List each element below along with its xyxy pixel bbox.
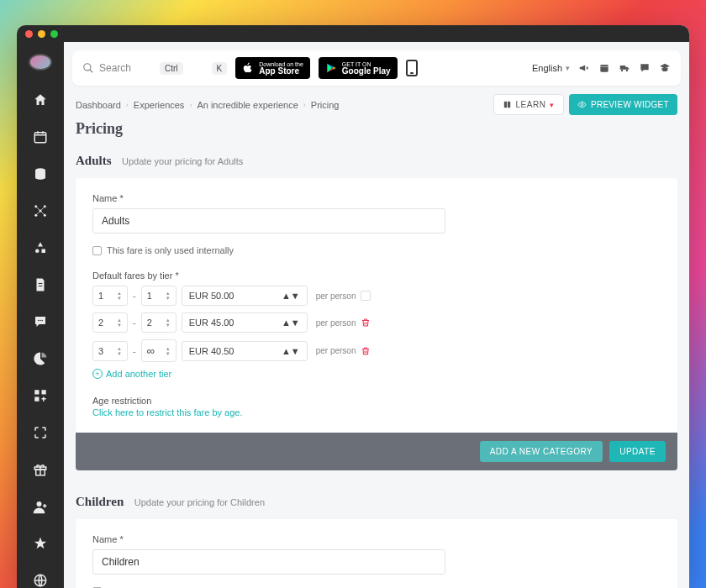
children-title: Children [76, 495, 124, 509]
adults-title: Adults [76, 154, 112, 168]
tier-to-stepper[interactable]: ∞▲▼ [141, 339, 176, 362]
tier-from-stepper[interactable]: 3▲▼ [92, 341, 128, 361]
window-minimize-icon[interactable] [38, 30, 45, 38]
shapes-icon[interactable] [33, 240, 48, 255]
svg-rect-14 [34, 397, 39, 402]
preview-widget-button[interactable]: PREVIEW WIDGET [569, 94, 677, 115]
content-area: Dashboard› Experiences› An incredible ex… [64, 86, 689, 588]
user-add-icon[interactable] [33, 499, 48, 514]
star-icon[interactable] [33, 536, 48, 551]
delete-placeholder [361, 291, 371, 301]
section-children: Children Update your pricing for Childre… [76, 494, 677, 588]
chevron-down-icon: ▾ [566, 64, 570, 72]
crumb-experience[interactable]: An incredible experience [197, 100, 298, 110]
truck-icon[interactable] [619, 62, 630, 74]
window-titlebar [17, 25, 689, 42]
name-label: Name * [92, 193, 661, 203]
adults-subtitle: Update your pricing for Adults [122, 156, 243, 166]
svg-point-10 [40, 320, 41, 322]
kbd-ctrl: Ctrl [160, 62, 183, 75]
internal-checkbox-row[interactable]: This fare is only used internally [92, 245, 661, 255]
mobile-icon[interactable] [406, 60, 418, 76]
tier-from-stepper[interactable]: 2▲▼ [92, 312, 128, 333]
page-title: Pricing [76, 120, 677, 138]
add-tier-button[interactable]: + Add another tier [92, 369, 661, 379]
delete-icon[interactable] [361, 346, 371, 356]
kbd-k: K [212, 62, 228, 75]
svg-rect-13 [42, 390, 46, 394]
update-button[interactable]: UPDATE [609, 441, 666, 462]
checkbox-icon[interactable] [92, 246, 102, 255]
tier-unit: per person [316, 291, 356, 301]
tier-price-input[interactable]: EUR 40.50▲▼ [182, 341, 308, 361]
svg-point-9 [38, 320, 40, 322]
children-card: Name * This fare is only used internally… [76, 519, 677, 588]
adults-name-field[interactable] [92, 208, 445, 234]
main-panel: Search Ctrl K Download on theApp Store G… [64, 42, 689, 588]
apple-icon [242, 62, 254, 74]
chevron-down-icon: ▾ [550, 101, 555, 109]
learn-button[interactable]: LEARN ▾ [493, 94, 564, 115]
megaphone-icon[interactable] [578, 62, 590, 74]
calendar-small-icon[interactable] [598, 62, 610, 74]
tier-price-input[interactable]: EUR 45.00▲▼ [182, 312, 308, 333]
pie-chart-icon[interactable] [33, 351, 48, 366]
tier-to-stepper[interactable]: 1▲▼ [141, 286, 176, 306]
app-shell: Search Ctrl K Download on theApp Store G… [17, 42, 689, 588]
eye-icon [577, 100, 587, 109]
calendar-icon[interactable] [33, 129, 48, 144]
svg-point-21 [621, 70, 623, 71]
topbar: Search Ctrl K Download on theApp Store G… [72, 50, 681, 86]
tier-unit: per person [316, 346, 356, 355]
network-icon[interactable] [33, 203, 48, 218]
globe-icon[interactable] [33, 573, 48, 588]
chat-icon[interactable] [33, 314, 48, 329]
children-subtitle: Update your pricing for Children [134, 497, 265, 507]
app-store-badge[interactable]: Download on theApp Store [235, 57, 310, 79]
expand-icon[interactable] [33, 425, 48, 440]
google-play-icon [325, 62, 337, 74]
breadcrumb: Dashboard› Experiences› An incredible ex… [76, 100, 339, 110]
tier-row: 2▲▼-2▲▼EUR 45.00▲▼per person [92, 312, 661, 333]
database-icon[interactable] [33, 166, 48, 181]
plus-icon: + [92, 369, 103, 379]
delete-icon[interactable] [361, 318, 371, 328]
actions-bar: ADD A NEW CATEGORY UPDATE [76, 433, 677, 470]
avatar[interactable] [29, 54, 52, 71]
document-icon[interactable] [33, 277, 48, 292]
google-play-badge[interactable]: GET IT ONGoogle Play [319, 57, 398, 79]
chat-small-icon[interactable] [639, 62, 651, 74]
tier-row: 3▲▼-∞▲▼EUR 40.50▲▼per person [92, 339, 661, 362]
window-close-icon[interactable] [25, 30, 33, 38]
add-category-button[interactable]: ADD A NEW CATEGORY [480, 441, 603, 462]
svg-rect-24 [508, 102, 510, 108]
graduation-icon[interactable] [659, 62, 671, 74]
app-window: Search Ctrl K Download on theApp Store G… [17, 25, 689, 588]
grid-add-icon[interactable] [33, 388, 48, 403]
svg-point-25 [581, 103, 583, 106]
name-label: Name * [92, 534, 661, 544]
search-placeholder: Search [99, 62, 131, 74]
crumb-dashboard[interactable]: Dashboard [76, 100, 121, 110]
tier-unit: per person [316, 318, 356, 328]
search-icon [82, 62, 94, 74]
svg-rect-8 [42, 249, 46, 254]
crumb-experiences[interactable]: Experiences [134, 100, 185, 110]
children-name-field[interactable] [92, 549, 445, 575]
language-selector[interactable]: English ▾ [532, 63, 570, 73]
tier-row: 1▲▼-1▲▼EUR 50.00▲▼per person [92, 286, 661, 306]
svg-rect-0 [34, 133, 46, 143]
topbar-icons [578, 62, 671, 74]
tier-from-stepper[interactable]: 1▲▼ [92, 286, 128, 306]
tier-price-input[interactable]: EUR 50.00▲▼ [182, 286, 308, 306]
section-adults: Adults Update your pricing for Adults Na… [76, 153, 677, 470]
search-input[interactable]: Search Ctrl K [82, 62, 227, 75]
home-icon[interactable] [33, 92, 48, 108]
tier-to-stepper[interactable]: 2▲▼ [141, 312, 176, 333]
svg-point-22 [626, 70, 628, 71]
window-maximize-icon[interactable] [50, 30, 58, 38]
svg-point-17 [37, 501, 42, 507]
age-restriction-link[interactable]: Click here to restrict this fare by age. [92, 407, 661, 417]
gift-icon[interactable] [33, 462, 48, 477]
book-icon [503, 100, 512, 109]
